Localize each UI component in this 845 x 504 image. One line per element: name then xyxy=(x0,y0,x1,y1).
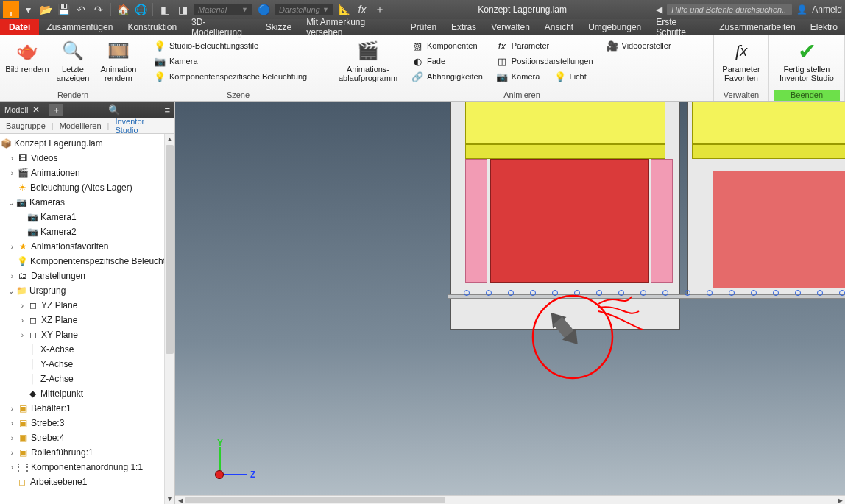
qat-prev-icon[interactable]: ◀ xyxy=(656,4,662,15)
scroll-up-icon[interactable]: ▲ xyxy=(165,134,174,144)
menu-verwalten[interactable]: Verwalten xyxy=(484,19,537,35)
videoersteller-button[interactable]: 🎥Videoersteller xyxy=(604,38,674,53)
abhaengigkeiten-button[interactable]: 🔗Abhängigkeiten xyxy=(409,69,486,84)
menu-elektro[interactable]: Elektro xyxy=(803,19,845,35)
expand-icon[interactable]: › xyxy=(18,331,27,339)
tree-darstellungen[interactable]: ›🗂Darstellungen xyxy=(0,269,174,283)
tree-videos[interactable]: ›🎞Videos xyxy=(0,151,174,166)
tree-xy-plane[interactable]: ›◻XY Plane xyxy=(0,327,174,342)
menu-skizze[interactable]: Skizze xyxy=(258,19,299,35)
menu-ansicht[interactable]: Ansicht xyxy=(537,19,581,35)
appearance-dropdown[interactable]: Darstellung▼ xyxy=(275,4,333,15)
help-search-input[interactable]: Hilfe und Befehle durchsuchen.. xyxy=(667,4,792,15)
expand-icon[interactable]: › xyxy=(7,243,17,251)
home-icon[interactable]: 🏠 xyxy=(115,1,131,18)
tree-rollenfuehrung[interactable]: ›▣Rollenführung:1 xyxy=(0,445,174,460)
menu-file[interactable]: Datei xyxy=(0,19,39,35)
material-dropdown[interactable]: Material▼ xyxy=(194,4,252,15)
anim-kamera-button[interactable]: 📷Kamera 💡Licht xyxy=(493,69,596,84)
tab-inventor-studio[interactable]: Inventor Studio xyxy=(109,117,174,135)
browser-search-icon[interactable]: 🔍 xyxy=(108,104,120,116)
letzte-anzeigen-button[interactable]: 🔍Letzte anzeigen xyxy=(50,38,96,82)
menu-konstruktion[interactable]: Konstruktion xyxy=(120,19,184,35)
tree-mittelpunkt[interactable]: ◆Mittelpunkt xyxy=(0,386,174,401)
tree-animfav[interactable]: ›★Animationsfavoriten xyxy=(0,239,174,254)
generic2-icon[interactable]: ◨ xyxy=(174,1,191,18)
animation-rendern-button[interactable]: 🎞️Animation rendern xyxy=(96,38,141,82)
save-icon[interactable]: 💾 xyxy=(55,1,71,18)
measure-icon[interactable]: 📐 xyxy=(336,1,353,18)
tree-scrollbar[interactable]: ▲ ▼ xyxy=(164,134,174,504)
komp-beleuchtung-button[interactable]: 💡Komponentenspezifische Beleuchtung xyxy=(151,69,310,84)
tree-xz-plane[interactable]: ›◻XZ Plane xyxy=(0,313,174,327)
team-icon[interactable]: 🌐 xyxy=(132,1,149,18)
collapse-icon[interactable]: ⌄ xyxy=(6,199,15,207)
tree-kameras[interactable]: ⌄📷Kameras xyxy=(0,195,174,210)
signin-label[interactable]: Anmeld xyxy=(812,4,842,15)
tree-y-achse[interactable]: │Y-Achse xyxy=(0,357,174,372)
hscroll-right-icon[interactable]: ▶ xyxy=(835,496,845,504)
scroll-down-icon[interactable]: ▼ xyxy=(165,494,174,504)
bild-rendern-button[interactable]: 🫖Bild rendern xyxy=(4,38,50,74)
tree-strebe3[interactable]: ›▣Strebe:3 xyxy=(0,416,174,430)
kamera-button[interactable]: 📷Kamera xyxy=(151,54,310,68)
browser-add-tab-icon[interactable]: ＋ xyxy=(49,104,63,116)
viewport[interactable]: Y Z ◀ ▶ xyxy=(175,102,845,504)
tree-z-achse[interactable]: │Z-Achse xyxy=(0,372,174,386)
tree-kamera1[interactable]: 📷Kamera1 xyxy=(0,210,174,224)
menu-anmerkung[interactable]: Mit Anmerkung versehen xyxy=(299,19,403,35)
tree-x-achse[interactable]: │X-Achse xyxy=(0,342,174,357)
expand-icon[interactable]: › xyxy=(7,434,17,442)
menu-umgebungen[interactable]: Umgebungen xyxy=(581,19,648,35)
hscroll-left-icon[interactable]: ◀ xyxy=(175,496,185,504)
menu-pruefen[interactable]: Prüfen xyxy=(403,19,444,35)
animations-ablaufprogramm-button[interactable]: 🎬Animations- ablaufprogramm xyxy=(335,38,401,82)
collapse-icon[interactable]: ⌄ xyxy=(6,287,15,295)
browser-menu-icon[interactable]: ≡ xyxy=(164,104,170,116)
tree-beleuchtung[interactable]: ☀Beleuchtung (Altes Lager) xyxy=(0,180,174,195)
tree-strebe4[interactable]: ›▣Strebe:4 xyxy=(0,430,174,445)
new-icon[interactable]: ▾ xyxy=(20,1,36,18)
tree-arbeitsebene[interactable]: ◻Arbeitsebene1 xyxy=(0,475,174,489)
hscroll-thumb[interactable] xyxy=(185,497,445,503)
expand-icon[interactable]: › xyxy=(7,419,17,427)
menu-extras[interactable]: Extras xyxy=(444,19,484,35)
tree-root[interactable]: 📦Konzept Lagerung.iam xyxy=(0,136,174,151)
tab-baugruppe[interactable]: Baugruppe xyxy=(0,121,52,130)
signin-icon[interactable]: 👤 xyxy=(796,4,807,15)
komponenten-button[interactable]: ▧Komponenten xyxy=(409,38,486,53)
tree-animationen[interactable]: ›🎬Animationen xyxy=(0,166,174,180)
parameter-button[interactable]: fxParameter xyxy=(493,38,596,53)
plus-icon[interactable]: ＋ xyxy=(372,1,388,18)
positions-button[interactable]: ◫Positionsdarstellungen xyxy=(493,54,596,68)
tree-komponentenanordnung[interactable]: ›⋮⋮Komponentenanordnung 1:1 xyxy=(0,460,174,475)
tree-kamera2[interactable]: 📷Kamera2 xyxy=(0,224,174,239)
menu-3d-modellierung[interactable]: 3D-Modellierung xyxy=(184,19,258,35)
expand-icon[interactable]: › xyxy=(7,155,17,163)
browser-close-icon[interactable]: ✕ xyxy=(32,104,40,115)
tab-modellieren[interactable]: Modellieren xyxy=(54,121,107,130)
viewport-hscrollbar[interactable]: ◀ ▶ xyxy=(175,495,845,504)
expand-icon[interactable]: › xyxy=(7,449,17,457)
open-icon[interactable]: 📂 xyxy=(38,1,54,18)
generic1-icon[interactable]: ◧ xyxy=(157,1,173,18)
menu-zusammenfuegen[interactable]: Zusammenfügen xyxy=(39,19,120,35)
model-tree[interactable]: 📦Konzept Lagerung.iam ›🎞Videos ›🎬Animati… xyxy=(0,134,174,504)
expand-icon[interactable]: › xyxy=(18,316,27,324)
expand-icon[interactable]: › xyxy=(18,302,27,310)
appearance-swatch-icon[interactable]: 🔵 xyxy=(255,1,272,18)
scroll-thumb[interactable] xyxy=(166,145,174,354)
expand-icon[interactable]: › xyxy=(7,405,17,413)
studio-beleuchtung-button[interactable]: 💡Studio-Beleuchtungsstile xyxy=(151,38,310,53)
expand-icon[interactable]: › xyxy=(7,169,17,177)
tree-kompbel[interactable]: 💡Komponentenspezifische Beleuchtung xyxy=(0,254,174,269)
fertig-stellen-button[interactable]: ✔Fertig stellen Inventor Studio xyxy=(774,38,840,82)
menu-zusammenarbeiten[interactable]: Zusammenarbeiten xyxy=(712,19,802,35)
undo-icon[interactable]: ↶ xyxy=(73,1,89,18)
menu-erste-schritte[interactable]: Erste Schritte xyxy=(648,19,712,35)
redo-icon[interactable]: ↷ xyxy=(91,1,107,18)
parameter-favoriten-button[interactable]: fxParameter Favoriten xyxy=(718,38,764,82)
fade-button[interactable]: ◐Fade xyxy=(409,54,486,68)
tree-yz-plane[interactable]: ›◻YZ Plane xyxy=(0,298,174,313)
expand-icon[interactable]: › xyxy=(7,272,17,280)
